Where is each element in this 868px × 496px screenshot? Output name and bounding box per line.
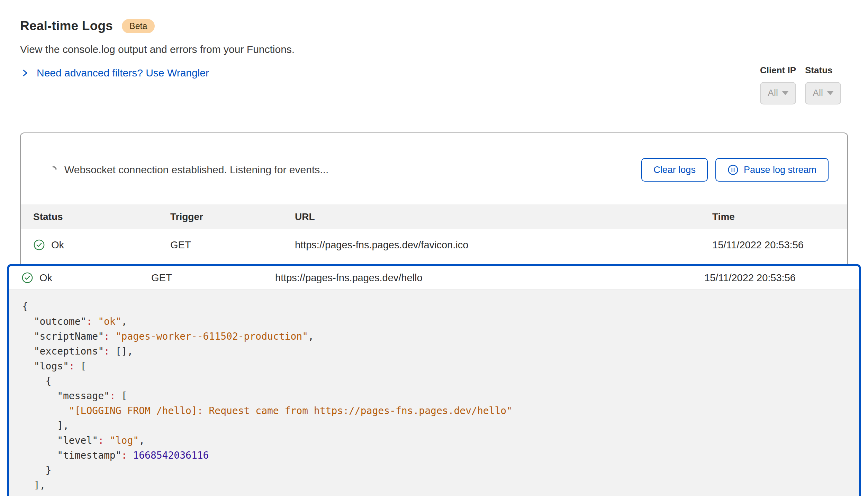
pause-circle-icon (727, 164, 739, 175)
table-row[interactable]: Ok GET https://pages-fns.pages.dev/favic… (21, 229, 847, 260)
row-status-text: Ok (39, 272, 52, 284)
row-status-text: Ok (51, 239, 64, 251)
clear-logs-label: Clear logs (653, 165, 696, 175)
filters: Client IP All Status All (760, 65, 841, 104)
page-title: Real-time Logs (20, 19, 113, 33)
websocket-status-text: Websocket connection established. Listen… (64, 164, 328, 176)
column-time: Time (712, 211, 847, 222)
expanded-log-card: Ok GET https://pages-fns.pages.dev/hello… (7, 264, 861, 496)
client-ip-dropdown[interactable]: All (760, 82, 796, 104)
row-time: 15/11/2022 20:53:56 (704, 272, 859, 284)
wrangler-link-row[interactable]: Need advanced filters? Use Wrangler (21, 67, 209, 79)
row-url: https://pages-fns.pages.dev/favicon.ico (295, 239, 712, 251)
column-status: Status (33, 211, 170, 222)
log-json-code: { "outcome": "ok", "scriptName": "pages-… (22, 299, 852, 493)
column-trigger: Trigger (170, 211, 295, 222)
row-trigger: GET (151, 272, 275, 284)
clear-logs-button[interactable]: Clear logs (641, 158, 708, 182)
beta-badge: Beta (122, 19, 155, 33)
toolbar-buttons: Clear logs Pause log stream (641, 158, 829, 182)
row-status-cell: Ok (33, 239, 170, 251)
check-circle-icon (33, 239, 45, 251)
status-dropdown[interactable]: All (805, 82, 841, 104)
pause-log-stream-label: Pause log stream (744, 165, 816, 175)
wrangler-link[interactable]: Need advanced filters? Use Wrangler (37, 67, 209, 79)
filter-client-ip: Client IP All (760, 65, 796, 104)
log-json-panel: { "outcome": "ok", "scriptName": "pages-… (9, 290, 859, 496)
status-label: Status (805, 65, 841, 76)
websocket-status: Websocket connection established. Listen… (49, 164, 328, 176)
caret-down-icon (827, 91, 833, 95)
status-value: All (813, 88, 823, 99)
check-circle-icon (21, 272, 33, 284)
pause-log-stream-button[interactable]: Pause log stream (715, 158, 829, 182)
chevron-right-icon (21, 69, 29, 77)
table-header: Status Trigger URL Time (21, 204, 847, 229)
row-time: 15/11/2022 20:53:56 (712, 239, 847, 251)
caret-down-icon (782, 91, 788, 95)
page-description: View the console.log output and errors f… (20, 44, 295, 55)
client-ip-value: All (768, 88, 778, 99)
row-trigger: GET (170, 239, 295, 251)
client-ip-label: Client IP (760, 65, 796, 76)
spinner-icon (48, 165, 58, 175)
table-row-expanded[interactable]: Ok GET https://pages-fns.pages.dev/hello… (9, 266, 859, 290)
row-status-cell: Ok (21, 272, 151, 284)
column-url: URL (295, 211, 712, 222)
logs-card: Websocket connection established. Listen… (20, 132, 848, 265)
row-url: https://pages-fns.pages.dev/hello (275, 272, 704, 284)
logs-toolbar: Websocket connection established. Listen… (21, 133, 847, 182)
page-header: Real-time Logs Beta (20, 19, 155, 33)
filter-status: Status All (805, 65, 841, 104)
